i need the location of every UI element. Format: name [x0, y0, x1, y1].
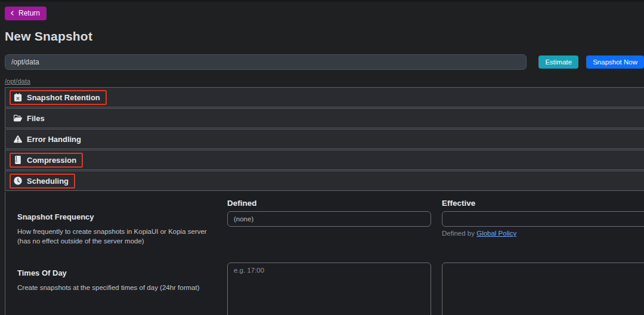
accordion-label: Compression — [27, 156, 76, 165]
snapshot-frequency-label: Snapshot Frequency — [17, 212, 219, 221]
snapshot-now-button[interactable]: Snapshot Now — [586, 55, 644, 69]
global-policy-link[interactable]: Global Policy — [476, 230, 516, 237]
times-of-day-effective-textarea[interactable] — [442, 262, 644, 315]
snapshot-frequency-label-block: Snapshot Frequency How frequently to cre… — [13, 211, 227, 246]
return-label: Return — [18, 9, 40, 17]
accordion-header-scheduling[interactable]: Scheduling — [5, 171, 644, 191]
row-gap — [13, 246, 227, 262]
triangle-exclamation-icon — [14, 135, 22, 143]
policy-grid: Defined Effective Snapshot Frequency How… — [5, 192, 644, 315]
policy-accordion: Snapshot Retention Files Error Handling — [5, 87, 644, 315]
folder-open-icon — [14, 114, 22, 122]
times-of-day-effective-cell: Defined by Global Policy — [442, 262, 644, 315]
breadcrumb[interactable]: /opt/data — [5, 78, 30, 85]
times-of-day-defined-cell — [227, 262, 442, 315]
accordion-label: Error Handling — [27, 135, 81, 144]
scheduling-panel: Defined Effective Snapshot Frequency How… — [5, 192, 644, 315]
accordion-header-snapshot-retention[interactable]: Snapshot Retention — [5, 87, 644, 107]
annotation-box-scheduling: Scheduling — [10, 174, 75, 189]
file-zipper-icon — [14, 156, 22, 164]
path-row: Estimate Snapshot Now — [5, 54, 644, 70]
header-label-group: Files — [10, 111, 51, 126]
new-snapshot-page: Return New Snapshot Estimate Snapshot No… — [0, 2, 644, 315]
accordion-header-error-handling[interactable]: Error Handling — [5, 129, 644, 149]
times-of-day-description: Create snapshots at the specified times … — [17, 283, 219, 293]
clock-icon — [14, 177, 22, 185]
snapshot-frequency-effective-input[interactable] — [442, 211, 644, 227]
defined-column-header: Defined — [227, 199, 442, 211]
spacer-cell — [13, 199, 227, 211]
estimate-button[interactable]: Estimate — [538, 55, 578, 69]
accordion-label: Snapshot Retention — [27, 93, 100, 102]
defined-by-prefix: Defined by — [442, 230, 476, 237]
return-button[interactable]: Return — [5, 7, 47, 20]
snapshot-frequency-defined-input[interactable] — [227, 211, 431, 227]
defined-by-note: Defined by Global Policy — [442, 230, 644, 237]
header-label-group: Error Handling — [10, 132, 88, 147]
accordion-header-compression[interactable]: Compression — [5, 150, 644, 170]
calendar-xmark-icon — [14, 93, 22, 101]
accordion-label: Scheduling — [27, 177, 69, 186]
accordion-label: Files — [27, 114, 45, 123]
annotation-box-snapshot-retention: Snapshot Retention — [10, 90, 107, 105]
snapshot-frequency-description: How frequently to create snapshots in Ko… — [17, 227, 219, 246]
times-of-day-label-block: Times Of Day Create snapshots at the spe… — [13, 262, 227, 315]
snapshot-frequency-defined-cell — [227, 211, 442, 246]
accordion-header-files[interactable]: Files — [5, 108, 644, 128]
times-of-day-label: Times Of Day — [17, 268, 219, 277]
times-of-day-defined-textarea[interactable] — [227, 262, 431, 315]
effective-column-header: Effective — [442, 199, 644, 211]
chevron-left-icon — [10, 10, 16, 16]
page-title: New Snapshot — [5, 29, 644, 44]
annotation-box-compression: Compression — [10, 153, 83, 168]
snapshot-frequency-effective-cell: Defined by Global Policy — [442, 211, 644, 246]
path-input[interactable] — [5, 54, 527, 70]
